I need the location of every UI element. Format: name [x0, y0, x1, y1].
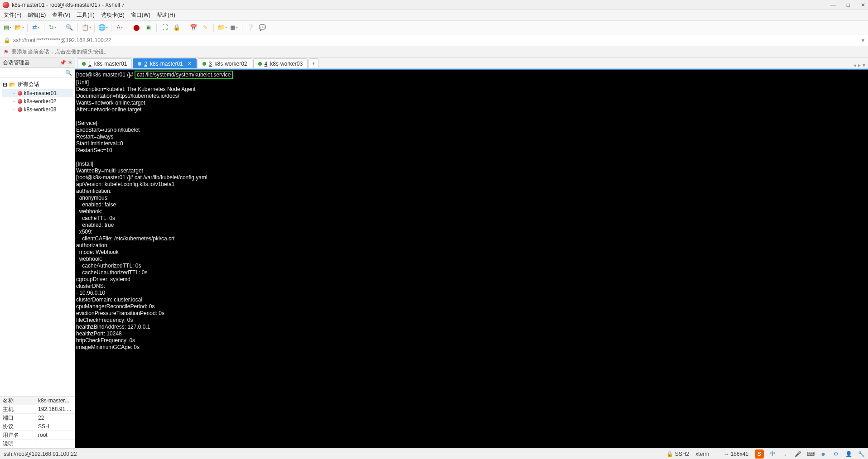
hint-text: 要添加当前会话，点击左侧的箭头按钮。 — [11, 48, 109, 56]
tab-next-icon[interactable]: ▸ — [858, 62, 861, 68]
calendar-button[interactable]: 📅 — [189, 23, 198, 32]
app-icon — [3, 2, 9, 8]
layout-button[interactable]: ▦ — [229, 23, 238, 32]
copy-button[interactable]: 📋 — [82, 23, 91, 32]
prop-val: 192.168.91.... — [35, 406, 71, 412]
new-session-button[interactable]: ▤ — [3, 23, 12, 32]
toolbar-sep — [185, 24, 185, 32]
tab-3[interactable]: 3 k8s-worker02 — [198, 58, 252, 68]
menu-view[interactable]: 查看(V) — [52, 11, 70, 19]
session-status-icon — [18, 91, 22, 96]
tab-num: 4 — [265, 61, 268, 67]
session-manager-panel: 会话管理器 📌 ✕ 🔍 ⊟ 📂 所有会话 ├ k8s-master01 ├ k8… — [0, 58, 75, 448]
address-dropdown-icon[interactable]: ▾ — [862, 37, 864, 43]
status-ssh-label: SSH2 — [675, 451, 689, 457]
tray-emoji-icon[interactable]: ☻ — [820, 451, 826, 457]
tray-punct-icon[interactable]: ， — [782, 451, 788, 457]
terminal[interactable]: [root@k8s-master01 /]# cat /lib/systemd/… — [75, 69, 868, 448]
lock-icon: 🔒 — [4, 37, 10, 43]
play-button[interactable]: ▣ — [144, 23, 153, 32]
session-item-k8s-master01[interactable]: ├ k8s-master01 — [2, 89, 73, 97]
toolbar-sep — [111, 24, 111, 32]
prop-key: 说明 — [0, 440, 35, 448]
new-tab-button[interactable]: + — [309, 58, 318, 68]
pin-icon[interactable]: 📌 — [60, 60, 66, 66]
panel-close-icon[interactable]: ✕ — [68, 60, 72, 66]
terminal-prompt: [root@k8s-master01 /]# — [76, 72, 135, 78]
font-button[interactable]: A — [115, 23, 124, 32]
menu-window[interactable]: 窗口(W) — [131, 11, 150, 19]
highlighted-command: cat /lib/systemd/system/kubelet.service — [135, 71, 233, 79]
tab-status-icon — [203, 62, 206, 66]
toolbar-sep — [77, 24, 78, 32]
globe-button[interactable]: 🌐 — [98, 23, 107, 32]
session-search-row[interactable]: 🔍 — [0, 68, 75, 78]
tray-keyboard-icon[interactable]: ⌨ — [807, 451, 814, 457]
tab-status-icon — [82, 62, 86, 66]
menu-tools[interactable]: 工具(T) — [77, 11, 94, 19]
session-item-k8s-worker02[interactable]: ├ k8s-worker02 — [2, 97, 73, 105]
toolbar-sep — [27, 24, 28, 32]
open-button[interactable]: 📂 — [14, 23, 24, 32]
size-icon — [715, 451, 722, 457]
maximize-button[interactable]: □ — [847, 2, 850, 8]
stop-button[interactable]: ⬤ — [132, 23, 141, 32]
prop-val: 22 — [35, 415, 44, 421]
tray-user-icon[interactable]: 👤 — [845, 451, 852, 457]
tray-settings-icon[interactable]: ⚙ — [833, 451, 839, 457]
minimize-button[interactable]: — — [830, 2, 836, 8]
tab-2[interactable]: 2 k8s-master01 ✕ — [133, 58, 196, 68]
menu-file[interactable]: 文件(F) — [4, 11, 21, 19]
tab-1[interactable]: 1 k8s-master01 — [77, 58, 132, 68]
tab-prev-icon[interactable]: ◂ — [854, 62, 856, 68]
tab-close-icon[interactable]: ✕ — [188, 61, 192, 67]
terminal-output: [Unit] Description=kubelet: The Kubernet… — [76, 79, 196, 174]
session-item-label: k8s-worker02 — [24, 98, 57, 105]
help-button[interactable]: ❔ — [246, 23, 255, 32]
window-title: k8s-master01 - root@k8s-master01:/ - Xsh… — [12, 2, 125, 8]
tab-status-icon — [258, 62, 262, 66]
fullscreen-button[interactable]: ⛶ — [160, 23, 169, 32]
tab-list-icon[interactable]: ▾ — [863, 62, 865, 68]
tree-root-label: 所有会话 — [18, 81, 39, 88]
tree-line: ├ — [11, 90, 15, 96]
terminal-prompt2: [root@k8s-master01 /]# cat /var/lib/kube… — [76, 174, 207, 181]
session-manager-header: 会话管理器 📌 ✕ — [0, 58, 75, 68]
session-manager-title: 会话管理器 — [3, 59, 30, 67]
flag-icon: ⚑ — [4, 49, 9, 55]
toolbar-sep — [44, 24, 44, 32]
menu-help[interactable]: 帮助(H) — [157, 11, 175, 19]
menu-tabs[interactable]: 选项卡(B) — [101, 11, 125, 19]
menu-edit[interactable]: 编辑(E) — [28, 11, 46, 19]
prop-key: 端口 — [0, 414, 35, 422]
tray-tool-icon[interactable]: 🔧 — [858, 451, 864, 457]
sogou-ime-icon[interactable]: S — [755, 449, 764, 459]
folder-button[interactable]: 📁 — [217, 23, 227, 32]
tree-line: └ — [11, 106, 15, 113]
address-bar[interactable]: 🔒 ssh://root:***********@192.168.91.100:… — [0, 34, 868, 46]
search-button[interactable]: 🔍 — [65, 23, 74, 32]
prop-row-desc: 说明 — [0, 440, 75, 448]
toolbar-sep — [156, 24, 157, 32]
tab-num: 1 — [88, 61, 92, 67]
reconnect-button[interactable]: ↻ — [48, 23, 57, 32]
lock-button[interactable]: 🔒 — [172, 23, 181, 32]
tab-status-icon — [138, 62, 141, 66]
tab-4[interactable]: 4 k8s-worker03 — [253, 58, 308, 68]
ssh-icon: 🔒 — [667, 451, 673, 457]
tree-root[interactable]: ⊟ 📂 所有会话 — [2, 80, 73, 89]
chat-button[interactable]: 💬 — [258, 23, 267, 32]
prop-val: root — [35, 432, 48, 438]
ime-lang[interactable]: 中 — [770, 450, 776, 458]
highlight-button[interactable]: ✎ — [201, 23, 210, 32]
tray-mic-icon[interactable]: 🎤 — [795, 451, 801, 457]
window-titlebar: k8s-master01 - root@k8s-master01:/ - Xsh… — [0, 0, 868, 10]
session-tree: ⊟ 📂 所有会话 ├ k8s-master01 ├ k8s-worker02 └… — [0, 78, 75, 115]
prop-row-host: 主机 192.168.91.... — [0, 405, 75, 414]
close-button[interactable]: ✕ — [861, 2, 865, 8]
transfer-button[interactable]: ⇄ — [31, 23, 40, 32]
props-header-key: 名称 — [0, 397, 35, 405]
tab-label: k8s-master01 — [150, 61, 183, 67]
session-item-k8s-worker03[interactable]: └ k8s-worker03 — [2, 105, 73, 114]
collapse-icon[interactable]: ⊟ — [3, 81, 7, 88]
